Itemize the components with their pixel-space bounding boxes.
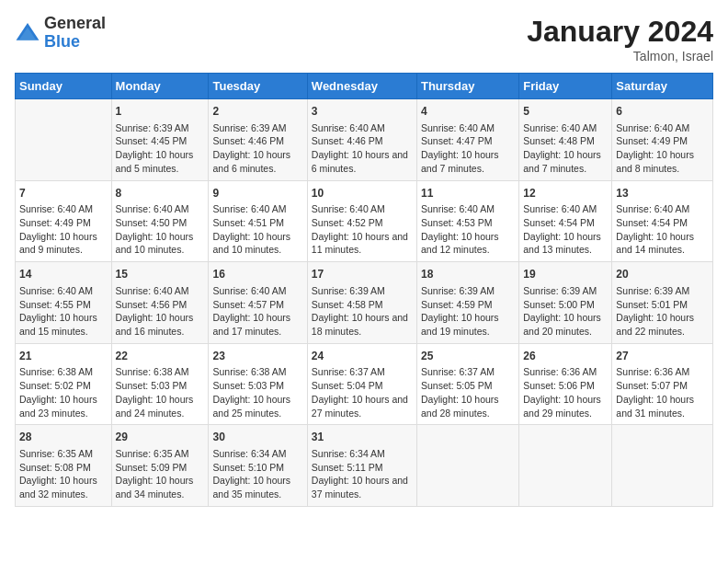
calendar-cell: 9Sunrise: 6:40 AMSunset: 4:51 PMDaylight… (209, 180, 307, 262)
calendar-cell (612, 425, 713, 507)
cell-content: Sunrise: 6:40 AMSunset: 4:54 PMDaylight:… (523, 202, 608, 257)
calendar-cell: 20Sunrise: 6:39 AMSunset: 5:01 PMDayligh… (612, 262, 713, 344)
cell-content: Sunrise: 6:34 AMSunset: 5:11 PMDaylight:… (312, 447, 413, 501)
calendar-week-2: 7Sunrise: 6:40 AMSunset: 4:49 PMDaylight… (16, 180, 713, 262)
day-number: 13 (616, 186, 709, 201)
logo-blue: Blue (44, 33, 106, 52)
calendar-cell: 10Sunrise: 6:40 AMSunset: 4:52 PMDayligh… (307, 180, 416, 262)
cell-content: Sunrise: 6:40 AMSunset: 4:52 PMDaylight:… (312, 202, 413, 257)
calendar-header: Sunday Monday Tuesday Wednesday Thursday… (16, 74, 713, 99)
calendar-cell: 17Sunrise: 6:39 AMSunset: 4:58 PMDayligh… (307, 262, 416, 344)
cell-content: Sunrise: 6:40 AMSunset: 4:48 PMDaylight:… (523, 121, 608, 176)
calendar-cell (416, 425, 518, 507)
logo-general: General (44, 15, 106, 33)
calendar-week-4: 21Sunrise: 6:38 AMSunset: 5:02 PMDayligh… (16, 343, 713, 425)
calendar-week-3: 14Sunrise: 6:40 AMSunset: 4:55 PMDayligh… (16, 262, 713, 344)
calendar-cell: 21Sunrise: 6:38 AMSunset: 5:02 PMDayligh… (16, 343, 112, 425)
calendar-table: Sunday Monday Tuesday Wednesday Thursday… (15, 73, 713, 507)
cell-content: Sunrise: 6:39 AMSunset: 4:59 PMDaylight:… (421, 284, 515, 339)
cell-content: Sunrise: 6:39 AMSunset: 5:00 PMDaylight:… (523, 284, 608, 339)
day-number: 19 (523, 267, 608, 282)
calendar-cell: 26Sunrise: 6:36 AMSunset: 5:06 PMDayligh… (519, 343, 612, 425)
cell-content: Sunrise: 6:40 AMSunset: 4:49 PMDaylight:… (616, 121, 709, 176)
calendar-cell: 2Sunrise: 6:39 AMSunset: 4:46 PMDaylight… (209, 99, 307, 181)
calendar-cell: 8Sunrise: 6:40 AMSunset: 4:50 PMDaylight… (111, 180, 209, 262)
cell-content: Sunrise: 6:37 AMSunset: 5:05 PMDaylight:… (421, 365, 515, 419)
calendar-cell (519, 425, 612, 507)
calendar-cell: 24Sunrise: 6:37 AMSunset: 5:04 PMDayligh… (307, 343, 416, 425)
cell-content: Sunrise: 6:36 AMSunset: 5:07 PMDaylight:… (616, 365, 709, 419)
calendar-cell: 16Sunrise: 6:40 AMSunset: 4:57 PMDayligh… (209, 262, 307, 344)
calendar-cell: 4Sunrise: 6:40 AMSunset: 4:47 PMDaylight… (416, 99, 518, 181)
cell-content: Sunrise: 6:34 AMSunset: 5:10 PMDaylight:… (212, 447, 302, 501)
cell-content: Sunrise: 6:38 AMSunset: 5:03 PMDaylight:… (116, 365, 205, 419)
col-wednesday: Wednesday (307, 74, 416, 99)
calendar-cell: 11Sunrise: 6:40 AMSunset: 4:53 PMDayligh… (416, 180, 518, 262)
day-number: 20 (616, 267, 709, 282)
title-block: January 2024 Talmon, Israel (527, 15, 713, 63)
cell-content: Sunrise: 6:36 AMSunset: 5:06 PMDaylight:… (523, 365, 608, 419)
cell-content: Sunrise: 6:39 AMSunset: 5:01 PMDaylight:… (616, 284, 709, 339)
day-number: 18 (421, 267, 515, 282)
col-thursday: Thursday (416, 74, 518, 99)
cell-content: Sunrise: 6:40 AMSunset: 4:57 PMDaylight:… (212, 284, 302, 339)
calendar-week-5: 28Sunrise: 6:35 AMSunset: 5:08 PMDayligh… (16, 425, 713, 507)
col-tuesday: Tuesday (209, 74, 307, 99)
cell-content: Sunrise: 6:38 AMSunset: 5:03 PMDaylight:… (212, 365, 302, 419)
day-number: 22 (116, 349, 205, 364)
day-number: 15 (116, 267, 205, 282)
day-number: 8 (116, 186, 205, 201)
day-number: 11 (421, 186, 515, 201)
col-friday: Friday (519, 74, 612, 99)
day-number: 30 (212, 430, 302, 445)
day-number: 21 (19, 349, 108, 364)
page-header: General Blue January 2024 Talmon, Israel (15, 15, 713, 63)
day-number: 17 (312, 267, 413, 282)
calendar-cell: 18Sunrise: 6:39 AMSunset: 4:59 PMDayligh… (416, 262, 518, 344)
calendar-cell: 19Sunrise: 6:39 AMSunset: 5:00 PMDayligh… (519, 262, 612, 344)
calendar-cell: 29Sunrise: 6:35 AMSunset: 5:09 PMDayligh… (111, 425, 209, 507)
cell-content: Sunrise: 6:40 AMSunset: 4:50 PMDaylight:… (116, 202, 205, 257)
calendar-cell: 6Sunrise: 6:40 AMSunset: 4:49 PMDaylight… (612, 99, 713, 181)
calendar-cell: 30Sunrise: 6:34 AMSunset: 5:10 PMDayligh… (209, 425, 307, 507)
calendar-cell: 13Sunrise: 6:40 AMSunset: 4:54 PMDayligh… (612, 180, 713, 262)
calendar-cell: 22Sunrise: 6:38 AMSunset: 5:03 PMDayligh… (111, 343, 209, 425)
calendar-cell: 5Sunrise: 6:40 AMSunset: 4:48 PMDaylight… (519, 99, 612, 181)
cell-content: Sunrise: 6:37 AMSunset: 5:04 PMDaylight:… (312, 365, 413, 419)
calendar-cell: 1Sunrise: 6:39 AMSunset: 4:45 PMDaylight… (111, 99, 209, 181)
logo: General Blue (15, 15, 106, 52)
calendar-cell: 27Sunrise: 6:36 AMSunset: 5:07 PMDayligh… (612, 343, 713, 425)
day-number: 26 (523, 349, 608, 364)
header-row: Sunday Monday Tuesday Wednesday Thursday… (16, 74, 713, 99)
logo-text: General Blue (44, 15, 106, 52)
col-monday: Monday (111, 74, 209, 99)
calendar-cell (16, 99, 112, 181)
cell-content: Sunrise: 6:40 AMSunset: 4:55 PMDaylight:… (19, 284, 108, 339)
calendar-cell: 15Sunrise: 6:40 AMSunset: 4:56 PMDayligh… (111, 262, 209, 344)
calendar-cell: 14Sunrise: 6:40 AMSunset: 4:55 PMDayligh… (16, 262, 112, 344)
cell-content: Sunrise: 6:38 AMSunset: 5:02 PMDaylight:… (19, 365, 108, 419)
logo-icon (15, 20, 40, 46)
cell-content: Sunrise: 6:40 AMSunset: 4:54 PMDaylight:… (616, 202, 709, 257)
calendar-body: 1Sunrise: 6:39 AMSunset: 4:45 PMDaylight… (16, 99, 713, 507)
cell-content: Sunrise: 6:35 AMSunset: 5:08 PMDaylight:… (19, 447, 108, 501)
day-number: 16 (212, 267, 302, 282)
day-number: 3 (312, 104, 413, 120)
cell-content: Sunrise: 6:40 AMSunset: 4:56 PMDaylight:… (116, 284, 205, 339)
cell-content: Sunrise: 6:39 AMSunset: 4:45 PMDaylight:… (116, 121, 205, 176)
col-sunday: Sunday (16, 74, 112, 99)
cell-content: Sunrise: 6:40 AMSunset: 4:49 PMDaylight:… (19, 202, 108, 257)
day-number: 29 (116, 430, 205, 445)
calendar-cell: 3Sunrise: 6:40 AMSunset: 4:46 PMDaylight… (307, 99, 416, 181)
cell-content: Sunrise: 6:40 AMSunset: 4:53 PMDaylight:… (421, 202, 515, 257)
calendar-cell: 25Sunrise: 6:37 AMSunset: 5:05 PMDayligh… (416, 343, 518, 425)
day-number: 4 (421, 104, 515, 120)
day-number: 12 (523, 186, 608, 201)
calendar-cell: 23Sunrise: 6:38 AMSunset: 5:03 PMDayligh… (209, 343, 307, 425)
day-number: 31 (312, 430, 413, 445)
day-number: 2 (212, 104, 302, 120)
cell-content: Sunrise: 6:40 AMSunset: 4:51 PMDaylight:… (212, 202, 302, 257)
calendar-week-1: 1Sunrise: 6:39 AMSunset: 4:45 PMDaylight… (16, 99, 713, 181)
day-number: 6 (616, 104, 709, 120)
day-number: 23 (212, 349, 302, 364)
